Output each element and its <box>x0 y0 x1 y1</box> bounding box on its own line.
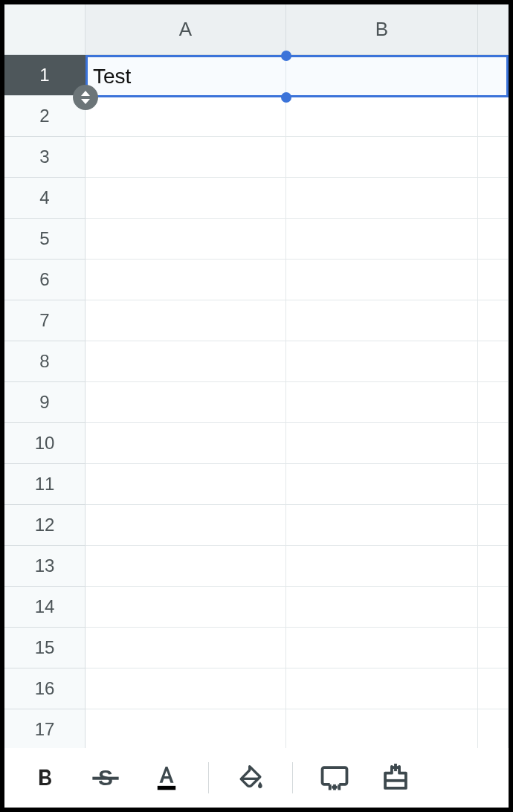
row-header-11[interactable]: 11 <box>4 464 86 505</box>
cell-C10[interactable] <box>478 423 509 464</box>
row: 3 <box>4 137 509 178</box>
row: 17 <box>4 709 509 748</box>
row-header-14[interactable]: 14 <box>4 587 86 628</box>
row: 7 <box>4 300 509 341</box>
column-header-c-partial[interactable] <box>478 4 509 55</box>
cell-B9[interactable] <box>286 382 478 423</box>
row-header-16[interactable]: 16 <box>4 668 86 709</box>
cell-A8[interactable] <box>86 341 286 382</box>
row-header-15[interactable]: 15 <box>4 628 86 668</box>
cell-A12[interactable] <box>86 505 286 546</box>
row: 12 <box>4 505 509 546</box>
cell-B8[interactable] <box>286 341 478 382</box>
cell-C11[interactable] <box>478 464 509 505</box>
cell-A16[interactable] <box>86 668 286 709</box>
cell-B12[interactable] <box>286 505 478 546</box>
fill-color-button[interactable] <box>227 759 274 796</box>
row-header-3[interactable]: 3 <box>4 137 86 178</box>
cell-A4[interactable] <box>86 178 286 219</box>
cell-A3[interactable] <box>86 137 286 178</box>
text-color-button[interactable] <box>143 759 190 796</box>
row-header-6[interactable]: 6 <box>4 260 86 300</box>
insert-cells-button[interactable] <box>372 759 419 796</box>
row-header-4[interactable]: 4 <box>4 178 86 219</box>
svg-rect-3 <box>92 777 118 780</box>
row: 10 <box>4 423 509 464</box>
row: 14 <box>4 587 509 628</box>
row-header-9[interactable]: 9 <box>4 382 86 423</box>
cell-B16[interactable] <box>286 668 478 709</box>
row: 16 <box>4 668 509 709</box>
cell-B5[interactable] <box>286 219 478 260</box>
cell-B10[interactable] <box>286 423 478 464</box>
cell-B13[interactable] <box>286 546 478 587</box>
row-header-5[interactable]: 5 <box>4 219 86 260</box>
svg-marker-0 <box>81 91 90 96</box>
cell-A1[interactable] <box>86 55 286 96</box>
row: 8 <box>4 341 509 382</box>
cell-A9[interactable] <box>86 382 286 423</box>
toolbar-separator <box>208 762 209 793</box>
cell-A5[interactable] <box>86 219 286 260</box>
cell-B2[interactable] <box>286 96 478 137</box>
cell-C12[interactable] <box>478 505 509 546</box>
cell-C14[interactable] <box>478 587 509 628</box>
row-header-17[interactable]: 17 <box>4 709 86 748</box>
cell-A7[interactable] <box>86 300 286 341</box>
row: 9 <box>4 382 509 423</box>
cell-A17[interactable] <box>86 709 286 748</box>
cell-C4[interactable] <box>478 178 509 219</box>
svg-rect-4 <box>158 786 175 790</box>
cell-C8[interactable] <box>478 341 509 382</box>
cell-A2[interactable] <box>86 96 286 137</box>
cell-B7[interactable] <box>286 300 478 341</box>
row: 6 <box>4 260 509 300</box>
cell-C6[interactable] <box>478 260 509 300</box>
row: 11 <box>4 464 509 505</box>
row-resize-handle[interactable] <box>73 85 98 110</box>
cell-C2[interactable] <box>478 96 509 137</box>
cell-C5[interactable] <box>478 219 509 260</box>
cell-A13[interactable] <box>86 546 286 587</box>
cell-A14[interactable] <box>86 587 286 628</box>
row-header-12[interactable]: 12 <box>4 505 86 546</box>
row-header-10[interactable]: 10 <box>4 423 86 464</box>
cell-C1[interactable] <box>478 55 509 96</box>
cell-B4[interactable] <box>286 178 478 219</box>
cell-B11[interactable] <box>286 464 478 505</box>
cell-B3[interactable] <box>286 137 478 178</box>
column-header-a[interactable]: A <box>86 4 286 55</box>
column-header-row: A B <box>4 4 509 55</box>
cell-C17[interactable] <box>478 709 509 748</box>
row-header-8[interactable]: 8 <box>4 341 86 382</box>
format-toolbar: S <box>4 748 509 808</box>
merge-cells-button[interactable] <box>311 759 358 796</box>
cell-A6[interactable] <box>86 260 286 300</box>
row-header-13[interactable]: 13 <box>4 546 86 587</box>
cell-A10[interactable] <box>86 423 286 464</box>
column-header-b[interactable]: B <box>286 4 478 55</box>
strikethrough-button[interactable]: S <box>82 759 129 796</box>
cell-A11[interactable] <box>86 464 286 505</box>
cell-C15[interactable] <box>478 628 509 668</box>
cell-B17[interactable] <box>286 709 478 748</box>
cell-C9[interactable] <box>478 382 509 423</box>
cell-B6[interactable] <box>286 260 478 300</box>
cell-C3[interactable] <box>478 137 509 178</box>
cell-C7[interactable] <box>478 300 509 341</box>
cell-B15[interactable] <box>286 628 478 668</box>
cell-C13[interactable] <box>478 546 509 587</box>
cell-B14[interactable] <box>286 587 478 628</box>
row-header-7[interactable]: 7 <box>4 300 86 341</box>
cell-A15[interactable] <box>86 628 286 668</box>
cell-B1[interactable] <box>286 55 478 96</box>
spreadsheet-grid[interactable]: A B 1234567891011121314151617 Test <box>4 4 509 748</box>
select-all-corner[interactable] <box>4 4 86 55</box>
row: 13 <box>4 546 509 587</box>
svg-marker-1 <box>81 99 90 104</box>
row: 15 <box>4 628 509 668</box>
cell-C16[interactable] <box>478 668 509 709</box>
row-header-1[interactable]: 1 <box>4 55 86 96</box>
bold-button[interactable] <box>21 759 68 796</box>
row: 5 <box>4 219 509 260</box>
